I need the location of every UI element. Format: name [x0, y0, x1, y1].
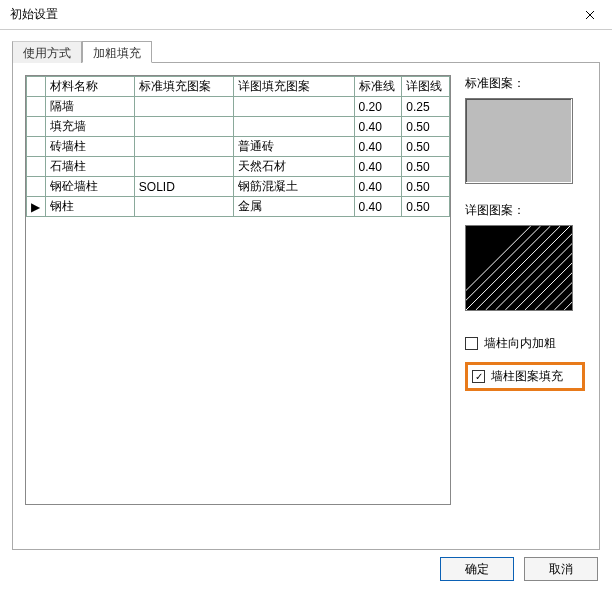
col-std-line[interactable]: 标准线 [354, 77, 402, 97]
cell-detail-pattern[interactable]: 金属 [234, 197, 354, 217]
table-header-row: 材料名称 标准填充图案 详图填充图案 标准线 详图线 [27, 77, 450, 97]
col-detail-line[interactable]: 详图线 [402, 77, 450, 97]
tab-label: 使用方式 [23, 46, 71, 60]
table-row[interactable]: 砖墙柱普通砖0.400.50 [27, 137, 450, 157]
cell-det-w[interactable]: 0.50 [402, 157, 450, 177]
cell-det-w[interactable]: 0.50 [402, 177, 450, 197]
tab-bar: 使用方式 加粗填充 [12, 40, 600, 62]
checkbox-label: 墙柱图案填充 [491, 368, 563, 385]
close-button[interactable] [567, 0, 612, 30]
cell-std-pattern[interactable]: SOLID [134, 177, 234, 197]
cell-std-w[interactable]: 0.20 [354, 97, 402, 117]
cancel-button[interactable]: 取消 [524, 557, 598, 581]
tab-panel: 材料名称 标准填充图案 详图填充图案 标准线 详图线 隔墙0.200.25填充墙… [12, 62, 600, 550]
cell-det-w[interactable]: 0.25 [402, 97, 450, 117]
ok-button[interactable]: 确定 [440, 557, 514, 581]
row-marker [27, 97, 46, 117]
col-std-pattern[interactable]: 标准填充图案 [134, 77, 234, 97]
side-panel: 标准图案： 详图图案： [465, 75, 585, 537]
cell-name[interactable]: 隔墙 [45, 97, 134, 117]
cell-det-w[interactable]: 0.50 [402, 197, 450, 217]
detail-pattern-label: 详图图案： [465, 202, 585, 219]
cell-std-w[interactable]: 0.40 [354, 197, 402, 217]
tab-label: 加粗填充 [93, 46, 141, 60]
cell-name[interactable]: 填充墙 [45, 117, 134, 137]
cell-name[interactable]: 砖墙柱 [45, 137, 134, 157]
cell-detail-pattern[interactable]: 普通砖 [234, 137, 354, 157]
button-label: 取消 [549, 561, 573, 578]
dialog-footer: 确定 取消 [440, 557, 598, 581]
cell-detail-pattern[interactable] [234, 117, 354, 137]
titlebar: 初始设置 [0, 0, 612, 30]
row-marker [27, 117, 46, 137]
cell-det-w[interactable]: 0.50 [402, 117, 450, 137]
cell-det-w[interactable]: 0.50 [402, 137, 450, 157]
cell-detail-pattern[interactable]: 钢筋混凝土 [234, 177, 354, 197]
cell-std-w[interactable]: 0.40 [354, 157, 402, 177]
cell-std-pattern[interactable] [134, 157, 234, 177]
table-row[interactable]: 石墙柱天然石材0.400.50 [27, 157, 450, 177]
cell-std-pattern[interactable] [134, 197, 234, 217]
std-pattern-swatch[interactable] [465, 98, 573, 184]
row-marker [27, 177, 46, 197]
table-row[interactable]: ▶钢柱金属0.400.50 [27, 197, 450, 217]
cell-name[interactable]: 钢砼墙柱 [45, 177, 134, 197]
cell-std-w[interactable]: 0.40 [354, 137, 402, 157]
tab-bold-fill[interactable]: 加粗填充 [82, 41, 152, 63]
std-pattern-label: 标准图案： [465, 75, 585, 92]
material-table[interactable]: 材料名称 标准填充图案 详图填充图案 标准线 详图线 隔墙0.200.25填充墙… [25, 75, 451, 505]
window-title: 初始设置 [10, 6, 58, 23]
cell-detail-pattern[interactable] [234, 97, 354, 117]
cell-name[interactable]: 钢柱 [45, 197, 134, 217]
close-icon [585, 10, 595, 20]
checkbox-pattern-fill-highlight: 墙柱图案填充 [465, 362, 585, 391]
col-material-name[interactable]: 材料名称 [45, 77, 134, 97]
tab-usage[interactable]: 使用方式 [12, 41, 82, 63]
detail-pattern-swatch[interactable] [465, 225, 573, 311]
row-marker: ▶ [27, 197, 46, 217]
cell-std-w[interactable]: 0.40 [354, 117, 402, 137]
col-detail-pattern[interactable]: 详图填充图案 [234, 77, 354, 97]
cell-std-w[interactable]: 0.40 [354, 177, 402, 197]
cell-std-pattern[interactable] [134, 97, 234, 117]
checkbox-icon [472, 370, 485, 383]
checkbox-bold-inward[interactable]: 墙柱向内加粗 [465, 335, 585, 352]
table-row[interactable]: 填充墙0.400.50 [27, 117, 450, 137]
checkbox-icon [465, 337, 478, 350]
cell-std-pattern[interactable] [134, 117, 234, 137]
checkbox-pattern-fill[interactable]: 墙柱图案填充 [472, 368, 563, 385]
row-marker [27, 137, 46, 157]
row-marker [27, 157, 46, 177]
cell-std-pattern[interactable] [134, 137, 234, 157]
cell-name[interactable]: 石墙柱 [45, 157, 134, 177]
checkbox-label: 墙柱向内加粗 [484, 335, 556, 352]
cell-detail-pattern[interactable]: 天然石材 [234, 157, 354, 177]
table-row[interactable]: 钢砼墙柱SOLID钢筋混凝土0.400.50 [27, 177, 450, 197]
table-row[interactable]: 隔墙0.200.25 [27, 97, 450, 117]
svg-rect-0 [466, 226, 572, 310]
button-label: 确定 [465, 561, 489, 578]
